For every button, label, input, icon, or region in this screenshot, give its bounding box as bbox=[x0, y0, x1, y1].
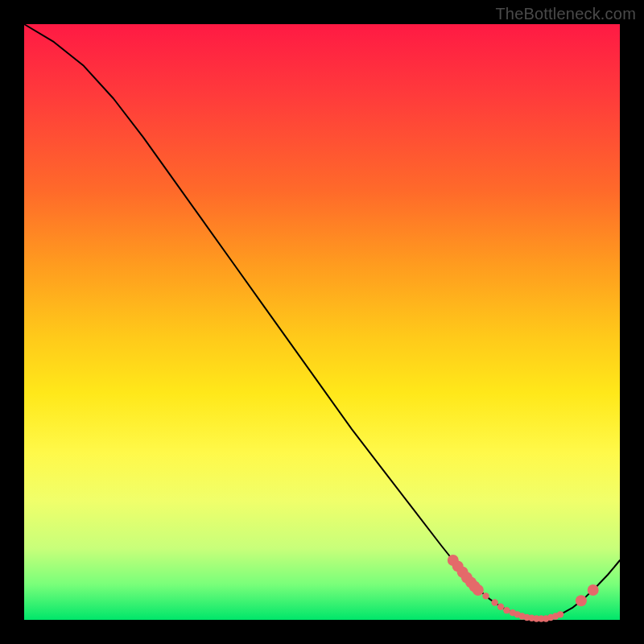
marker-point bbox=[482, 592, 489, 599]
marker-group bbox=[448, 555, 599, 622]
marker-point bbox=[588, 584, 599, 596]
marker-point bbox=[503, 607, 510, 613]
plot-area bbox=[24, 24, 620, 620]
marker-point bbox=[576, 595, 587, 606]
chart-frame: TheBottleneck.com bbox=[0, 0, 644, 644]
marker-point bbox=[491, 599, 497, 605]
bottleneck-curve bbox=[24, 24, 620, 619]
chart-svg bbox=[24, 24, 620, 620]
watermark-label: TheBottleneck.com bbox=[495, 5, 636, 23]
marker-point bbox=[473, 584, 484, 596]
marker-point bbox=[557, 611, 564, 617]
marker-point bbox=[497, 604, 504, 610]
